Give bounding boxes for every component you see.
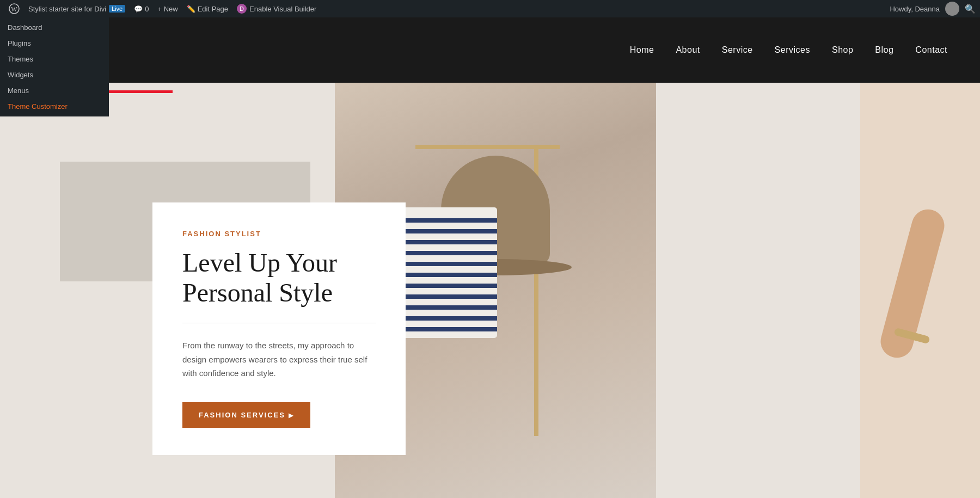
hero-card-label: Fashion Stylist [182, 230, 376, 238]
nav-item-blog[interactable]: Blog [875, 45, 893, 55]
shirt-stripe-7 [399, 284, 497, 288]
divi-builder-item[interactable]: D Enable Visual Builder [232, 0, 321, 17]
shirt-stripe-5 [399, 262, 497, 266]
hero-cta-label: Fashion Services [199, 411, 285, 419]
wp-logo-item[interactable]: W [4, 0, 24, 17]
svg-text:W: W [11, 5, 17, 13]
dropdown-item-theme-customizer[interactable]: Theme Customizer [0, 99, 109, 114]
search-icon[interactable]: 🔍 [965, 4, 976, 14]
shirt-stripe-9 [399, 305, 497, 310]
nav-link-shop[interactable]: Shop [832, 45, 853, 54]
hero-cta-button[interactable]: Fashion Services [182, 402, 310, 428]
comment-count-text: 0 [145, 5, 149, 13]
hero-card: Fashion Stylist Level Up YourPersonal St… [152, 202, 406, 455]
shirt-stripe-1 [399, 218, 497, 223]
comment-count-item[interactable]: 💬 0 [130, 0, 153, 17]
striped-shirt [399, 207, 497, 338]
site-navigation: D Home About Service Services Shop Blog … [0, 17, 980, 83]
nav-item-home[interactable]: Home [630, 45, 654, 55]
nav-item-contact[interactable]: Contact [915, 45, 947, 55]
wordpress-icon: W [9, 3, 20, 14]
divi-icon: D [237, 4, 247, 14]
shirt-stripe-6 [399, 273, 497, 277]
dropdown-menu: Dashboard Plugins Themes Widgets Menus T… [0, 17, 109, 116]
admin-bar: W Stylist starter site for Divi Live 💬 0… [0, 0, 980, 17]
nav-link-services[interactable]: Services [775, 45, 810, 54]
new-label: + New [157, 5, 177, 13]
enable-builder-label: Enable Visual Builder [249, 5, 316, 13]
site-name-text: Stylist starter site for Divi [28, 5, 106, 13]
hero-card-divider [182, 323, 376, 323]
nav-link-contact[interactable]: Contact [915, 45, 947, 54]
shirt-stripe-8 [399, 294, 497, 299]
shirt-stripe-2 [399, 229, 497, 233]
comment-icon: 💬 [134, 5, 143, 13]
dropdown-item-plugins[interactable]: Plugins [0, 35, 109, 51]
user-avatar [945, 2, 959, 16]
dropdown-item-dashboard[interactable]: Dashboard [0, 20, 109, 35]
live-badge: Live [109, 5, 125, 13]
nav-link-home[interactable]: Home [630, 45, 654, 54]
nav-item-services[interactable]: Services [775, 45, 810, 55]
hero-card-title: Level Up YourPersonal Style [182, 248, 376, 308]
nav-link-about[interactable]: About [676, 45, 700, 54]
edit-page-label: Edit Page [198, 5, 228, 13]
nav-item-about[interactable]: About [676, 45, 700, 55]
hero-section: Fashion Stylist Level Up YourPersonal St… [0, 83, 980, 498]
admin-bar-right: Howdy, Deanna 🔍 [890, 2, 976, 16]
nav-item-shop[interactable]: Shop [832, 45, 853, 55]
nav-link-blog[interactable]: Blog [875, 45, 893, 54]
shirt-stripe-10 [399, 316, 497, 321]
dropdown-item-widgets[interactable]: Widgets [0, 67, 109, 83]
user-greeting: Howdy, Deanna [890, 5, 940, 13]
dropdown-item-menus[interactable]: Menus [0, 83, 109, 99]
new-item[interactable]: + New [153, 0, 182, 17]
edit-icon: ✏️ [187, 5, 195, 13]
site-name-item[interactable]: Stylist starter site for Divi Live [24, 0, 130, 17]
dropdown-item-themes[interactable]: Themes [0, 51, 109, 67]
edit-page-item[interactable]: ✏️ Edit Page [182, 0, 232, 17]
nav-link-service[interactable]: Service [722, 45, 753, 54]
hero-card-text: From the runway to the streets, my appro… [182, 339, 376, 380]
shirt-stripe-3 [399, 240, 497, 244]
shirt-stripe-4 [399, 251, 497, 255]
nav-item-service[interactable]: Service [722, 45, 753, 55]
hero-image-right [860, 83, 980, 498]
shirt-stripe-11 [399, 327, 497, 331]
nav-links: Home About Service Services Shop Blog Co… [630, 45, 947, 55]
